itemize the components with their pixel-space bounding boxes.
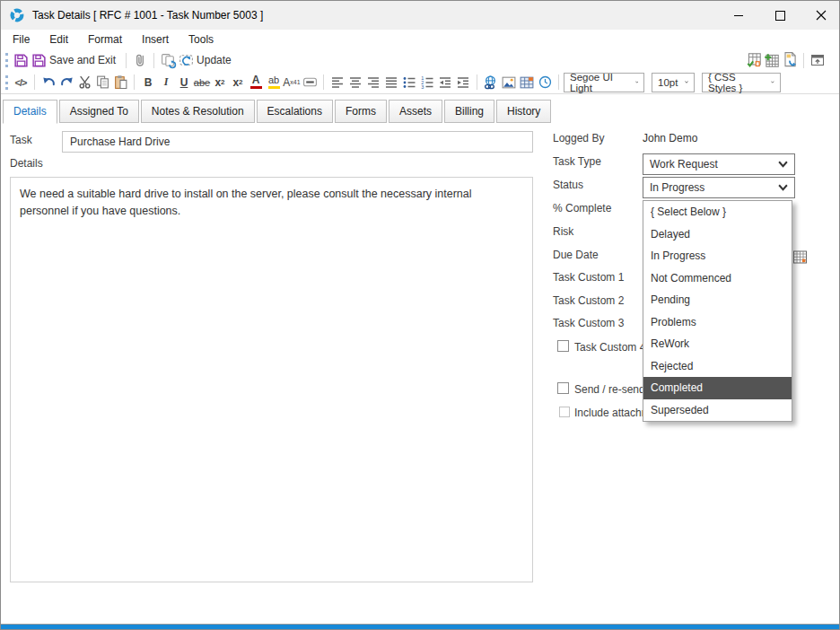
undo-icon[interactable]	[39, 74, 57, 92]
align-right-icon[interactable]	[364, 74, 382, 92]
copy-icon[interactable]	[93, 74, 111, 92]
insert-image-icon[interactable]	[500, 74, 518, 92]
toggle-panel-icon[interactable]	[809, 51, 827, 69]
send-resend-label[interactable]: Send / re-send ta	[574, 383, 644, 396]
save-and-exit-label[interactable]: Save and Exit	[49, 54, 116, 66]
toolbar-separator	[153, 53, 154, 68]
tab-history[interactable]: History	[496, 100, 551, 123]
font-color-icon[interactable]: A	[247, 74, 265, 92]
logged-by-label: Logged By	[553, 132, 604, 144]
menu-format[interactable]: Format	[78, 30, 132, 49]
menu-tools[interactable]: Tools	[179, 30, 223, 49]
logged-by-value: John Demo	[643, 132, 697, 144]
chevron-down-icon	[630, 79, 639, 85]
insert-table-icon[interactable]	[518, 74, 536, 92]
status-label: Status	[553, 179, 583, 191]
attachment-icon[interactable]	[131, 51, 149, 69]
source-code-icon[interactable]: </>	[12, 74, 30, 92]
chevron-down-icon	[778, 184, 788, 191]
update-label[interactable]: Update	[197, 54, 232, 66]
font-name-select[interactable]: Segoe UI Light	[564, 73, 644, 92]
toolbar-separator	[803, 53, 804, 68]
toolbar-separator	[134, 74, 135, 90]
due-date-calendar-icon[interactable]	[793, 250, 807, 267]
cut-icon[interactable]	[75, 74, 93, 92]
align-left-icon[interactable]	[328, 74, 346, 92]
numbered-list-icon[interactable]: 123	[418, 74, 436, 92]
status-option[interactable]: In Progress	[643, 245, 792, 267]
tab-billing[interactable]: Billing	[444, 100, 494, 123]
menu-bar: File Edit Format Insert Tools	[1, 30, 839, 49]
details-textarea[interactable]: We need a suitable hard drive to install…	[10, 177, 533, 582]
task-type-label: Task Type	[553, 155, 601, 168]
tab-details[interactable]: Details	[3, 100, 57, 124]
font-size-select[interactable]: 10pt	[652, 73, 695, 92]
send-resend-checkbox[interactable]	[557, 382, 569, 394]
tab-assets[interactable]: Assets	[389, 100, 442, 123]
increase-indent-icon[interactable]	[454, 74, 472, 92]
task-type-select[interactable]: Work Request	[643, 153, 795, 175]
status-select[interactable]: In Progress	[643, 177, 795, 198]
save-icon[interactable]	[12, 51, 30, 69]
close-button-icon[interactable]	[810, 4, 832, 26]
task-custom-4-label[interactable]: Task Custom 4	[574, 341, 645, 354]
underline-icon[interactable]: U	[175, 74, 193, 92]
toolbar-grip[interactable]	[5, 75, 8, 90]
status-option[interactable]: Rejected	[643, 355, 792, 378]
horizontal-rule-icon[interactable]	[301, 74, 319, 92]
menu-edit[interactable]: Edit	[39, 30, 78, 49]
update-pages-icon[interactable]	[159, 51, 177, 69]
maximize-button-icon[interactable]	[769, 4, 791, 26]
status-option[interactable]: Not Commenced	[643, 267, 792, 290]
css-styles-select[interactable]: { CSS Styles }	[702, 73, 781, 92]
task-custom-4-checkbox[interactable]	[557, 340, 569, 352]
strikethrough-icon[interactable]: abe	[193, 74, 211, 92]
menu-file[interactable]: File	[3, 30, 39, 49]
tab-forms[interactable]: Forms	[335, 100, 387, 123]
task-custom-3-label: Task Custom 3	[553, 317, 624, 329]
align-center-icon[interactable]	[346, 74, 364, 92]
calendar-add-icon[interactable]	[763, 51, 781, 69]
decrease-indent-icon[interactable]	[436, 74, 454, 92]
toolbar-separator	[34, 74, 35, 90]
include-attachments-checkbox[interactable]	[559, 407, 570, 417]
tab-assigned-to[interactable]: Assigned To	[59, 100, 139, 123]
status-option[interactable]: ReWork	[643, 333, 792, 355]
export-document-icon[interactable]	[781, 51, 799, 69]
tab-escalations[interactable]: Escalations	[257, 100, 333, 123]
hyperlink-icon[interactable]	[482, 74, 500, 92]
paste-icon[interactable]	[111, 74, 129, 92]
justify-icon[interactable]	[382, 74, 400, 92]
task-input[interactable]	[62, 131, 533, 153]
status-option[interactable]: Problems	[643, 311, 792, 334]
chevron-down-icon	[766, 79, 774, 85]
toolbar-separator	[477, 74, 477, 90]
highlight-color-icon[interactable]: ab	[265, 74, 283, 92]
due-date-label: Due Date	[553, 249, 599, 261]
status-option[interactable]: Completed	[643, 377, 792, 399]
include-attachments-label[interactable]: Include attachme	[574, 407, 644, 419]
risk-label: Risk	[553, 225, 573, 238]
status-dropdown-list: { Select Below } Delayed In Progress Not…	[643, 200, 792, 422]
table-check-icon[interactable]	[745, 51, 763, 69]
tab-strip: Details Assigned To Notes & Resolution E…	[3, 100, 553, 124]
superscript-icon[interactable]: x2	[211, 74, 229, 92]
bold-icon[interactable]: B	[139, 74, 157, 92]
redo-icon[interactable]	[57, 74, 75, 92]
menu-insert[interactable]: Insert	[132, 30, 179, 49]
update-selection-icon[interactable]	[177, 51, 195, 69]
status-option[interactable]: Delayed	[643, 223, 792, 246]
status-option[interactable]: { Select Below }	[643, 201, 792, 223]
clock-icon[interactable]	[536, 74, 554, 92]
toolbar-grip[interactable]	[5, 53, 8, 67]
save-and-exit-icon[interactable]	[30, 51, 48, 69]
toolbar-separator	[126, 53, 127, 68]
minimize-button-icon[interactable]	[728, 4, 749, 26]
italic-icon[interactable]: I	[157, 74, 175, 92]
bullet-list-icon[interactable]	[400, 74, 418, 92]
status-option[interactable]: Superseded	[643, 399, 792, 422]
insert-symbol-icon[interactable]: Ax41	[283, 74, 301, 92]
subscript-icon[interactable]: x2	[229, 74, 247, 92]
tab-notes-resolution[interactable]: Notes & Resolution	[141, 100, 255, 123]
status-option[interactable]: Pending	[643, 289, 792, 311]
